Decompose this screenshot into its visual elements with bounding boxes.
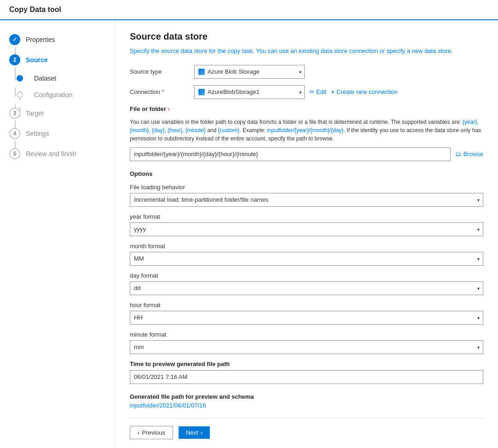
connection-azure-icon	[198, 89, 205, 95]
sidebar-item-dataset[interactable]: Dataset	[0, 70, 115, 87]
minute-format-wrapper: mm ▾	[130, 340, 483, 354]
step-circle-target: 3	[9, 108, 20, 119]
description-text: Specify the source data store for the co…	[130, 47, 483, 56]
source-type-select[interactable]: Azure Blob Storage	[208, 68, 291, 75]
step-circle-settings: 4	[9, 128, 20, 139]
file-folder-section: File or folder * You can use variables i…	[130, 105, 483, 161]
connection-row: Connection AzureBlobStorage1 ▾ ✏ Edit + …	[130, 85, 483, 99]
required-asterisk: *	[168, 107, 170, 114]
next-button[interactable]: Next ›	[179, 426, 210, 439]
sidebar-item-target[interactable]: 3 Target	[0, 103, 115, 123]
time-preview-input[interactable]	[130, 370, 483, 384]
day-format-group: day format dd ▾	[130, 272, 483, 295]
time-preview-section: Time to preview generated file path	[130, 361, 483, 384]
month-format-wrapper: MM ▾	[130, 252, 483, 266]
hour-format-group: hour format HH ▾	[130, 302, 483, 325]
step-label-review: Review and finish	[26, 150, 76, 157]
source-type-chevron-icon: ▾	[299, 69, 301, 74]
plus-icon: +	[331, 88, 335, 95]
year-format-label: year format	[130, 213, 483, 220]
year-format-group: year format yyyy ▾	[130, 213, 483, 236]
step-circle-dataset	[17, 75, 23, 81]
file-loading-select[interactable]: Incremental load: time-partitioned folde…	[130, 193, 483, 207]
chevron-right-icon: ›	[201, 429, 203, 436]
sidebar-item-review[interactable]: 5 Review and finish	[0, 144, 115, 164]
source-type-row: Source type Azure Blob Storage ▾	[130, 65, 483, 79]
hour-format-wrapper: HH ▾	[130, 311, 483, 325]
generated-path-title: Generated file path for preview and sche…	[130, 393, 483, 400]
year-format-select[interactable]: yyyy	[130, 222, 483, 236]
app-header: Copy Data tool	[0, 0, 498, 20]
hour-format-select[interactable]: HH	[130, 311, 483, 325]
sidebar-item-configuration[interactable]: Configuration	[0, 87, 115, 103]
previous-button[interactable]: ‹ Previous	[130, 426, 173, 439]
source-type-label: Source type	[130, 68, 194, 75]
minute-format-label: minute format	[130, 331, 483, 338]
main-content: Source data store Specify the source dat…	[115, 20, 498, 445]
step-label-target: Target	[26, 110, 44, 117]
step-label-source: Source	[26, 56, 47, 64]
connection-controls: AzureBlobStorage1 ▾ ✏ Edit + Create new …	[194, 85, 398, 99]
browse-button[interactable]: 🗂 Browse	[455, 151, 483, 157]
folder-description: You can use variables in the folder path…	[130, 118, 483, 143]
day-format-wrapper: dd ▾	[130, 281, 483, 295]
file-folder-title: File or folder	[130, 105, 168, 112]
file-path-input[interactable]	[130, 147, 451, 161]
step-circle-review: 5	[9, 148, 20, 159]
file-input-row: 🗂 Browse	[130, 147, 483, 161]
edit-link[interactable]: ✏ Edit	[309, 88, 326, 95]
hour-format-label: hour format	[130, 302, 483, 308]
sidebar-item-source[interactable]: 2 Source	[0, 50, 115, 70]
footer-buttons: ‹ Previous Next ›	[130, 418, 483, 446]
connection-label: Connection	[130, 88, 194, 95]
options-title: Options	[130, 170, 483, 177]
folder-browse-icon: 🗂	[455, 151, 461, 157]
day-format-label: day format	[130, 272, 483, 279]
minute-format-group: minute format mm ▾	[130, 331, 483, 354]
month-format-group: month format MM ▾	[130, 243, 483, 266]
options-section: Options File loading behavior Incrementa…	[130, 170, 483, 409]
app-title: Copy Data tool	[9, 6, 61, 13]
step-label-settings: Settings	[26, 130, 49, 137]
azure-blob-icon	[198, 69, 205, 75]
sidebar-item-properties[interactable]: ✓ Properties	[0, 29, 115, 50]
minute-format-select[interactable]: mm	[130, 340, 483, 354]
step-circle-properties: ✓	[9, 34, 20, 45]
sidebar-item-settings[interactable]: 4 Settings	[0, 123, 115, 144]
page-title: Source data store	[130, 31, 483, 42]
step-circle-source: 2	[9, 54, 20, 65]
file-loading-wrapper: Incremental load: time-partitioned folde…	[130, 193, 483, 207]
connection-chevron-icon: ▾	[299, 89, 301, 94]
time-preview-label: Time to preview generated file path	[130, 361, 483, 367]
step-circle-configuration	[17, 92, 23, 98]
month-format-label: month format	[130, 243, 483, 250]
pencil-icon: ✏	[309, 88, 314, 95]
step-label-dataset: Dataset	[34, 75, 56, 82]
step-label-properties: Properties	[26, 36, 55, 43]
day-format-select[interactable]: dd	[130, 281, 483, 295]
step-number-source: 2	[13, 57, 17, 63]
step-label-configuration: Configuration	[34, 91, 72, 99]
generated-path-section: Generated file path for preview and sche…	[130, 393, 483, 409]
connection-select[interactable]: AzureBlobStorage1	[208, 88, 291, 95]
generated-path-value: inputfolder/2021/06/01/07/16	[130, 402, 483, 409]
file-loading-group: File loading behavior Incremental load: …	[130, 184, 483, 207]
create-new-connection-link[interactable]: + Create new connection	[331, 88, 398, 95]
month-format-select[interactable]: MM	[130, 252, 483, 266]
step-number-target: 3	[13, 110, 17, 116]
step-number-settings: 4	[13, 130, 17, 137]
file-loading-label: File loading behavior	[130, 184, 483, 191]
chevron-left-icon: ‹	[138, 429, 139, 436]
check-icon: ✓	[12, 36, 17, 43]
year-format-wrapper: yyyy ▾	[130, 222, 483, 236]
sidebar: ✓ Properties 2 Source Dataset Configurat…	[0, 20, 115, 445]
main-layout: ✓ Properties 2 Source Dataset Configurat…	[0, 20, 498, 445]
step-number-review: 5	[13, 151, 17, 157]
